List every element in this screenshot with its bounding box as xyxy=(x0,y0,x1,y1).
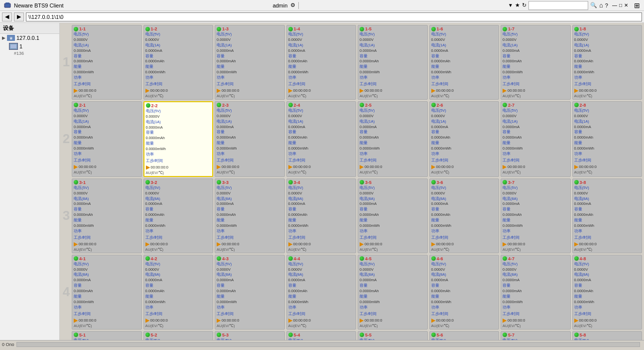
status-indicator xyxy=(217,180,221,184)
channel-card-1-1[interactable]: 1-1 电压(5V) 0.0000V 电流(1A) 0.0000mA 容量 0.… xyxy=(72,25,142,100)
channel-card-5-6[interactable]: 5-6 电压(5V) 0.0000V 电流(1A) 0.0000mA 容量 0.… xyxy=(429,331,500,341)
channel-card-1-8[interactable]: 1-8 电压(5V) 0.0000V 电流(1A) 0.0000mA 容量 0.… xyxy=(572,25,643,100)
channel-card-2-1[interactable]: 2-1 电压(5V) 0.0000V 电流(1A) 0.0000mA 容量 0.… xyxy=(72,101,142,177)
close-icon[interactable]: ✕ xyxy=(624,2,628,8)
channel-footer: 工步/时间 xyxy=(360,235,426,240)
time-value: 00:00:00:0 xyxy=(579,242,597,246)
aux-label: AU(EV/℃) xyxy=(74,247,140,252)
channel-card-3-2[interactable]: 3-2 电压(5V) 0.0000V 电流(8A) 0.0000mA 容量 0.… xyxy=(143,178,214,253)
voltage-label: 电压(5V) xyxy=(574,262,589,267)
channel-id: 5-5 xyxy=(365,333,372,338)
channel-card-3-6[interactable]: 3-6 电压(5V) 0.0000V 电流(8A) 0.0000mA 容量 0.… xyxy=(429,178,500,253)
search-input[interactable] xyxy=(528,1,588,10)
channel-card-5-7[interactable]: 5-7 电压(5V) 0.0000V 电流(1A) 0.0000mA 容量 0.… xyxy=(501,331,571,341)
channel-card-3-8[interactable]: 3-8 电压(5V) 0.0000V 电流(8A) 0.0000mA 容量 0.… xyxy=(572,178,643,253)
sidebar-item-device[interactable]: 1 xyxy=(0,42,59,51)
channel-card-5-1[interactable]: 5-1 电压(5V) 0.0000V 电流(1A) 0.0000mA 容量 0.… xyxy=(72,331,142,341)
channel-card-2-7[interactable]: 2-7 电压(5V) 0.0000V 电流(1A) 0.0000mA 容量 0.… xyxy=(501,101,571,177)
voltage-label: 电压(5V) xyxy=(288,32,303,37)
channel-data: 电压(5V) 0.0000V 电流(8A) 0.0000mA 容量 0.0000… xyxy=(574,262,641,311)
dropdown-icon[interactable]: ▼ xyxy=(508,2,513,8)
voltage-label: 电压(5V) xyxy=(360,185,375,191)
aux-label: AU(EV/℃) xyxy=(74,324,140,328)
current-label: 电流(1A) xyxy=(431,43,446,48)
channel-header: 3-5 xyxy=(360,180,426,185)
channel-card-1-4[interactable]: 1-4 电压(5V) 0.0000V 电流(1A) 0.0000mA 容量 0.… xyxy=(286,25,357,100)
current-label: 电流(8A) xyxy=(288,196,303,202)
channel-card-2-5[interactable]: 2-5 电压(5V) 0.0000V 电流(1A) 0.0000mA 容量 0.… xyxy=(358,101,428,177)
app-title: Neware BTS9 Client xyxy=(14,2,64,8)
search-icon[interactable]: 🔍 xyxy=(590,2,597,8)
power-label: 功率 xyxy=(503,305,511,311)
channel-id: 3-4 xyxy=(294,180,300,185)
channel-data: 电压(5V) 0.0000V 电流(8A) 0.0000mA 容量 0.0000… xyxy=(431,262,498,311)
status-indicator xyxy=(431,103,436,107)
channel-card-2-2[interactable]: 2-2 电压(5V) 0.0000V 电流(1A) 0.0000mA 容量 0.… xyxy=(143,101,214,177)
channel-header: 5-3 xyxy=(217,333,283,338)
app-header-center: admin ⚙ xyxy=(272,2,299,9)
channel-footer: 工步/时间 xyxy=(503,312,569,317)
step-label: 工步/时间 xyxy=(431,235,448,240)
channel-card-2-8[interactable]: 2-8 电压(5V) 0.0000V 电流(1A) 0.0000mA 容量 0.… xyxy=(572,101,643,177)
channel-card-4-6[interactable]: 4-6 电压(5V) 0.0000V 电流(8A) 0.0000mA 容量 0.… xyxy=(429,255,500,330)
channel-card-2-4[interactable]: 2-4 电压(5V) 0.0000V 电流(1A) 0.0000mA 容量 0.… xyxy=(286,101,357,177)
channel-card-1-7[interactable]: 1-7 电压(5V) 0.0000V 电流(1A) 0.0000mA 容量 0.… xyxy=(501,25,571,100)
device-icon xyxy=(9,43,18,50)
address-bar[interactable]: \\127.0.0.1\1\0 xyxy=(26,12,642,21)
gear-icon[interactable]: ⚙ xyxy=(290,2,295,8)
step-arrow-icon: ▶ xyxy=(503,241,507,247)
energy-value: 0.0000mWh xyxy=(503,300,522,305)
aux-label: AU(EV/℃) xyxy=(74,94,140,98)
channel-card-5-4[interactable]: 5-4 电压(5V) 0.0000V 电流(1A) 0.0000mA 容量 0.… xyxy=(286,331,357,341)
star-icon[interactable]: ★ xyxy=(515,2,520,8)
maximize-icon[interactable]: □ xyxy=(619,2,622,8)
channel-card-5-8[interactable]: 5-8 电压(5V) 0.0000V 电流(1A) 0.0000mA 容量 0.… xyxy=(572,331,643,341)
step-label: 工步/时间 xyxy=(74,312,91,317)
cap-label: 容量 xyxy=(74,283,82,289)
channel-card-3-5[interactable]: 3-5 电压(5V) 0.0000V 电流(8A) 0.0000mA 容量 0.… xyxy=(358,178,428,253)
channel-card-3-3[interactable]: 3-3 电压(5V) 0.0000V 电流(8A) 0.0000mA 容量 0.… xyxy=(215,178,285,253)
refresh-icon[interactable]: ↻ xyxy=(522,2,526,8)
channel-data: 电压(5V) 0.0000V 电流(1A) 0.0000mA 容量 0.0000… xyxy=(503,338,569,341)
channel-card-1-6[interactable]: 1-6 电压(5V) 0.0000V 电流(1A) 0.0000mA 容量 0.… xyxy=(429,25,500,100)
step-arrow-icon: ▶ xyxy=(74,318,78,323)
voltage-label: 电压(5V) xyxy=(574,338,589,341)
channel-card-1-2[interactable]: 1-2 电压(5V) 0.0000V 电流(1A) 0.0000mA 容量 0.… xyxy=(143,25,214,100)
channel-card-4-7[interactable]: 4-7 电压(5V) 0.0000V 电流(8A) 0.0000mA 容量 0.… xyxy=(501,255,571,330)
channel-card-4-8[interactable]: 4-8 电压(5V) 0.0000V 电流(8A) 0.0000mA 容量 0.… xyxy=(572,255,643,330)
channel-card-5-5[interactable]: 5-5 电压(5V) 0.0000V 电流(1A) 0.0000mA 容量 0.… xyxy=(358,331,428,341)
home-icon[interactable]: ⌂ xyxy=(599,1,603,9)
minimize-icon[interactable]: — xyxy=(612,2,617,8)
channel-card-4-3[interactable]: 4-3 电压(5V) 0.0000V 电流(8A) 0.0000mA 容量 0.… xyxy=(215,255,285,330)
channel-card-3-7[interactable]: 3-7 电压(5V) 0.0000V 电流(8A) 0.0000mA 容量 0.… xyxy=(501,178,571,253)
sidebar-item-server[interactable]: ▶ 🖥 127.0.0.1 xyxy=(0,34,59,42)
back-button[interactable]: ◀ xyxy=(2,12,12,21)
channel-card-2-3[interactable]: 2-3 电压(5V) 0.0000V 电流(1A) 0.0000mA 容量 0.… xyxy=(215,101,285,177)
forward-button[interactable]: ▶ xyxy=(14,12,24,21)
channel-header: 1-3 xyxy=(217,26,283,31)
energy-value: 0.0000mWh xyxy=(145,300,165,305)
channel-card-2-6[interactable]: 2-6 电压(5V) 0.0000V 电流(1A) 0.0000mA 容量 0.… xyxy=(429,101,500,177)
channel-header: 1-8 xyxy=(574,26,641,31)
channel-data: 电压(5V) 0.0000V 电流(1A) 0.0000mA 容量 0.0000… xyxy=(74,108,140,157)
channel-data: 电压(5V) 0.0000V 电流(1A) 0.0000mA 容量 0.0000… xyxy=(74,338,140,341)
channel-card-1-5[interactable]: 1-5 电压(5V) 0.0000V 电流(1A) 0.0000mA 容量 0.… xyxy=(358,25,428,100)
channel-card-4-1[interactable]: 4-1 电压(5V) 0.0000V 电流(8A) 0.0000mA 容量 0.… xyxy=(72,255,142,330)
cap-value: 0.0000mAh xyxy=(431,135,450,141)
help-icon[interactable]: ? xyxy=(605,2,608,8)
scrollbar[interactable] xyxy=(16,342,640,347)
grid-view-icon[interactable]: ⊞ xyxy=(634,1,640,9)
channel-card-5-3[interactable]: 5-3 电压(5V) 0.0000V 电流(1A) 0.0000mA 容量 0.… xyxy=(215,331,285,341)
cap-value: 0.0000mAh xyxy=(74,289,93,294)
channel-card-3-4[interactable]: 3-4 电压(5V) 0.0000V 电流(8A) 0.0000mA 容量 0.… xyxy=(286,178,357,253)
channel-card-4-2[interactable]: 4-2 电压(5V) 0.0000V 电流(8A) 0.0000mA 容量 0.… xyxy=(143,255,214,330)
channel-card-5-2[interactable]: 5-2 电压(5V) 0.0000V 电流(1A) 0.0000mA 容量 0.… xyxy=(143,331,214,341)
step-arrow-icon: ▶ xyxy=(74,241,78,247)
energy-value: 0.0000mWh xyxy=(503,146,522,152)
channel-card-4-5[interactable]: 4-5 电压(5V) 0.0000V 电流(8A) 0.0000mA 容量 0.… xyxy=(358,255,428,330)
channel-card-1-3[interactable]: 1-3 电压(5V) 0.0000V 电流(1A) 0.0000mA 容量 0.… xyxy=(215,25,285,100)
step-label: 工步/时间 xyxy=(503,158,519,163)
aux-label: AU(EV/℃) xyxy=(145,247,212,252)
channel-card-3-1[interactable]: 3-1 电压(5V) 0.0000V 电流(8A) 0.0000mA 容量 0.… xyxy=(72,178,142,253)
channel-card-4-4[interactable]: 4-4 电压(5V) 0.0000V 电流(8A) 0.0000mA 容量 0.… xyxy=(286,255,357,330)
